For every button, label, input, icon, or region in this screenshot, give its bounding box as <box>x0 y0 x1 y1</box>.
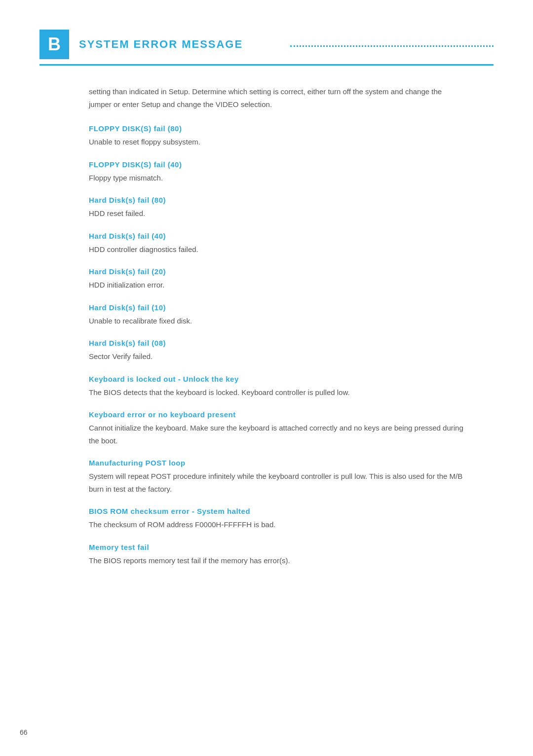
error-section: FLOPPY DISK(S) fail (80)Unable to reset … <box>89 124 464 148</box>
page-container: B System Error Message setting than indi… <box>0 0 533 756</box>
error-section: Memory test failThe BIOS reports memory … <box>89 543 464 567</box>
error-title: Hard Disk(s) fail (80) <box>89 196 464 204</box>
error-section: BIOS ROM checksum error - System haltedT… <box>89 507 464 531</box>
error-title: FLOPPY DISK(S) fail (80) <box>89 124 464 133</box>
error-description: The BIOS detects that the keyboard is lo… <box>89 386 464 399</box>
error-title: Hard Disk(s) fail (10) <box>89 303 464 312</box>
page-header: B System Error Message <box>39 30 494 66</box>
error-section: Hard Disk(s) fail (20)HDD initialization… <box>89 267 464 291</box>
error-description: Cannot initialize the keyboard. Make sur… <box>89 422 464 447</box>
error-title: Hard Disk(s) fail (20) <box>89 267 464 276</box>
error-title: Hard Disk(s) fail (08) <box>89 339 464 347</box>
error-description: Sector Verify failed. <box>89 350 464 363</box>
error-section: Hard Disk(s) fail (08)Sector Verify fail… <box>89 339 464 363</box>
error-title: Hard Disk(s) fail (40) <box>89 232 464 240</box>
error-description: HDD reset failed. <box>89 207 464 220</box>
error-description: Floppy type mismatch. <box>89 172 464 184</box>
error-description: Unable to reset floppy subsystem. <box>89 136 464 148</box>
chapter-letter: B <box>48 34 61 55</box>
page-title: System Error Message <box>79 38 283 51</box>
error-description: HDD initialization error. <box>89 279 464 291</box>
error-title: FLOPPY DISK(S) fail (40) <box>89 160 464 169</box>
error-section: Hard Disk(s) fail (10)Unable to recalibr… <box>89 303 464 327</box>
error-description: Unable to recalibrate fixed disk. <box>89 315 464 327</box>
error-description: The BIOS reports memory test fail if the… <box>89 554 464 567</box>
error-section: Hard Disk(s) fail (80)HDD reset failed. <box>89 196 464 220</box>
header-dots-decoration <box>290 42 494 47</box>
error-title: BIOS ROM checksum error - System halted <box>89 507 464 515</box>
error-description: HDD controller diagnostics failed. <box>89 243 464 256</box>
error-title: Memory test fail <box>89 543 464 551</box>
error-section: Manufacturing POST loopSystem will repea… <box>89 459 464 495</box>
errors-list: FLOPPY DISK(S) fail (80)Unable to reset … <box>89 124 464 567</box>
error-description: The checksum of ROM address F0000H-FFFFF… <box>89 518 464 531</box>
page-number: 66 <box>20 728 28 736</box>
error-section: Keyboard error or no keyboard presentCan… <box>89 410 464 447</box>
error-section: Hard Disk(s) fail (40)HDD controller dia… <box>89 232 464 256</box>
error-section: FLOPPY DISK(S) fail (40)Floppy type mism… <box>89 160 464 184</box>
error-description: System will repeat POST procedure infini… <box>89 470 464 495</box>
intro-paragraph: setting than indicated in Setup. Determi… <box>89 85 464 110</box>
chapter-letter-box: B <box>39 30 69 59</box>
error-title: Keyboard error or no keyboard present <box>89 410 464 419</box>
content-area: setting than indicated in Setup. Determi… <box>39 85 494 567</box>
error-title: Keyboard is locked out - Unlock the key <box>89 375 464 383</box>
error-title: Manufacturing POST loop <box>89 459 464 467</box>
error-section: Keyboard is locked out - Unlock the keyT… <box>89 375 464 399</box>
